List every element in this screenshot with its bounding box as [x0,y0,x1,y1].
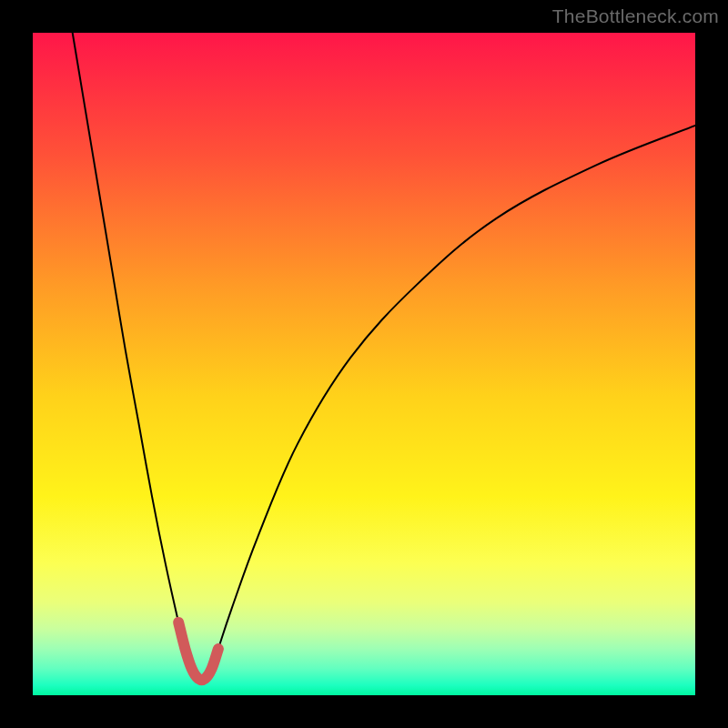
plot-area [33,33,695,695]
curve-layer [33,33,695,695]
chart-frame: TheBottleneck.com [0,0,728,728]
bottleneck-curve-path [73,33,695,680]
highlight-minimum-path [178,622,218,680]
watermark-text: TheBottleneck.com [552,5,719,27]
